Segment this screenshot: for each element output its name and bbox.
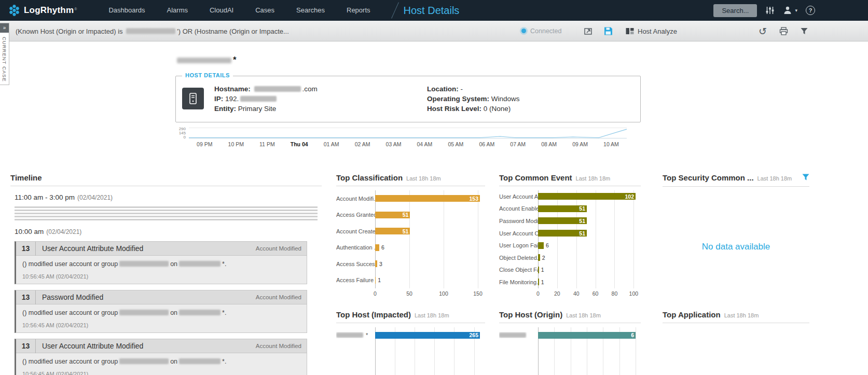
user-menu[interactable]: ▾ bbox=[783, 6, 797, 15]
redacted-account bbox=[119, 261, 169, 267]
connection-status: Connected bbox=[521, 27, 561, 35]
search-button[interactable]: Search... bbox=[713, 4, 757, 17]
chart-bar-value: 51 bbox=[579, 230, 585, 237]
redacted-account bbox=[119, 358, 169, 364]
chart-bar-track: 51 bbox=[538, 230, 636, 237]
panel-top-common-event: Top Common Event Last 18h 18m User Accou… bbox=[499, 173, 641, 299]
panel-title: Top Host (Origin) bbox=[499, 310, 562, 319]
chart-row-label: Access Failure bbox=[336, 277, 375, 283]
panel-filter-funnel-icon[interactable] bbox=[802, 173, 809, 183]
chart-bar[interactable]: 265 bbox=[375, 332, 480, 339]
current-case-drawer-tab[interactable]: » CURRENT CASE bbox=[0, 23, 9, 85]
chart-row: User Account C...51 bbox=[499, 227, 641, 240]
host-origin-chart: 6 bbox=[499, 327, 641, 343]
event-count-badge: 13 bbox=[16, 339, 36, 353]
chart-row-label: Authentication ... bbox=[336, 244, 375, 251]
connected-label: Connected bbox=[530, 27, 561, 35]
nav-item-alarms[interactable]: Alarms bbox=[156, 0, 199, 21]
filter-funnel-icon[interactable] bbox=[801, 27, 808, 34]
entity-row: Entity: Primary Site bbox=[214, 104, 318, 114]
chart-bar[interactable] bbox=[538, 279, 539, 285]
redacted-target bbox=[179, 261, 221, 267]
chart-bar[interactable] bbox=[375, 277, 376, 284]
chart-bar[interactable]: 51 bbox=[375, 228, 410, 234]
chart-bar-value: 6 bbox=[546, 242, 549, 248]
logrhythm-logo[interactable]: LogRhythm ® bbox=[8, 4, 77, 17]
chart-bar[interactable]: 51 bbox=[375, 212, 410, 218]
collapsed-events-block[interactable] bbox=[15, 206, 318, 220]
sparkline-x-tick: 09 AM bbox=[572, 141, 588, 147]
chart-axis-tick: 40 bbox=[573, 290, 580, 297]
chart-axis-tick: 60 bbox=[593, 290, 599, 297]
sparkline-x-tick: 06 AM bbox=[479, 141, 494, 147]
chart-row-label: Password Modif... bbox=[499, 218, 538, 224]
host-analyze-button[interactable]: Host Analyze bbox=[626, 27, 677, 35]
chart-bar-value: 2 bbox=[542, 255, 545, 261]
chart-bar[interactable] bbox=[538, 254, 540, 261]
nav-item-cases[interactable]: Cases bbox=[244, 0, 285, 21]
chart-row: Account Created51 bbox=[336, 223, 485, 240]
help-icon[interactable]: ? bbox=[806, 6, 815, 15]
event-timestamp: 10:56:45 AM (02/04/2021) bbox=[22, 273, 300, 280]
chart-axis-tick: 80 bbox=[612, 290, 618, 297]
filter-text-prefix: (Known Host (Origin or Impacted) is bbox=[16, 27, 125, 35]
print-icon[interactable] bbox=[779, 27, 788, 35]
nav-item-reports[interactable]: Reports bbox=[336, 0, 381, 21]
chart-bar-track: 1 bbox=[538, 267, 636, 273]
chart-bar[interactable]: 6 bbox=[538, 332, 636, 339]
nav-item-searches[interactable]: Searches bbox=[285, 0, 336, 21]
chart-bar[interactable] bbox=[375, 244, 379, 251]
nav-item-dashboards[interactable]: Dashboards bbox=[98, 0, 156, 21]
event-classification: Account Modified bbox=[256, 294, 307, 300]
nav-item-cloudai[interactable]: CloudAI bbox=[199, 0, 244, 21]
expand-drawer-icon[interactable]: » bbox=[0, 23, 9, 33]
event-volume-sparkline: 290 145 0 09 PM10 PM11 PMThu 0401 AM02 A… bbox=[176, 128, 637, 151]
chart-row: *265 bbox=[336, 327, 485, 343]
event-description: () modified user account or groupon*. bbox=[22, 260, 300, 268]
panel-title: Top Security Common ... bbox=[663, 173, 754, 182]
chart-x-axis: 050100150 bbox=[375, 290, 480, 299]
chart-row-label: User Logon Fail... bbox=[499, 242, 538, 248]
chart-bar[interactable]: 51 bbox=[538, 217, 587, 224]
chart-row: Password Modif...51 bbox=[499, 215, 641, 227]
timeline-event-card[interactable]: 13 User Account Attribute Modified Accou… bbox=[15, 241, 307, 284]
current-case-label: CURRENT CASE bbox=[2, 37, 7, 84]
search-filter-expression[interactable]: (Known Host (Origin or Impacted) is ') O… bbox=[16, 27, 289, 35]
chart-bar[interactable] bbox=[538, 242, 544, 249]
panel-top-application: Top Application Last 18h 18m bbox=[663, 310, 809, 327]
location-row: Location: - bbox=[427, 84, 520, 94]
chart-row-label: User Account C... bbox=[499, 230, 538, 237]
timeline-event-card[interactable]: 13 User Account Attribute Modified Accou… bbox=[15, 339, 307, 375]
analyze-layout-icon bbox=[626, 27, 634, 34]
chart-axis-tick: 20 bbox=[554, 290, 560, 297]
timeline-event-card[interactable]: 13 Password Modified Account Modified ()… bbox=[15, 290, 307, 333]
chart-axis-tick: 0 bbox=[374, 290, 377, 297]
sparkline-x-tick: 05 AM bbox=[448, 141, 463, 147]
event-timestamp: 10:56:45 AM (02/04/2021) bbox=[22, 371, 300, 375]
reset-view-icon[interactable]: ↺ bbox=[759, 26, 767, 36]
chart-bar[interactable]: 51 bbox=[538, 230, 587, 237]
chart-row-label bbox=[499, 332, 538, 338]
chart-bar[interactable]: 153 bbox=[375, 195, 480, 202]
chart-bar[interactable] bbox=[538, 267, 539, 273]
chart-row-label: Object Deleted... bbox=[499, 255, 538, 261]
sparkline-x-tick: 10 AM bbox=[603, 141, 619, 147]
event-description: () modified user account or groupon*. bbox=[22, 358, 300, 365]
open-in-new-window-icon[interactable] bbox=[584, 27, 593, 35]
panel-title: Top Application bbox=[663, 310, 721, 319]
redacted-hostname-value bbox=[254, 86, 301, 92]
chart-bar[interactable]: 102 bbox=[538, 193, 636, 200]
chart-bar[interactable]: 51 bbox=[538, 205, 587, 212]
panel-timeline: Timeline 11:00 am - 3:00 pm(02/04/2021) … bbox=[10, 173, 322, 375]
save-search-icon[interactable] bbox=[604, 26, 613, 35]
security-common-event-chart: No data available bbox=[663, 191, 809, 302]
host-title: * bbox=[175, 55, 237, 65]
panel-period: Last 18h 18m bbox=[566, 312, 601, 318]
chart-bar[interactable] bbox=[375, 260, 377, 267]
title-separator bbox=[391, 2, 399, 18]
filter-sliders-icon[interactable] bbox=[765, 6, 775, 15]
risk-row: Host Risk Level: 0 (None) bbox=[427, 104, 520, 114]
chart-row: Account Modifi...153 bbox=[336, 190, 485, 207]
chart-bar-track: 51 bbox=[375, 212, 480, 218]
page-title: Host Details bbox=[404, 5, 460, 17]
